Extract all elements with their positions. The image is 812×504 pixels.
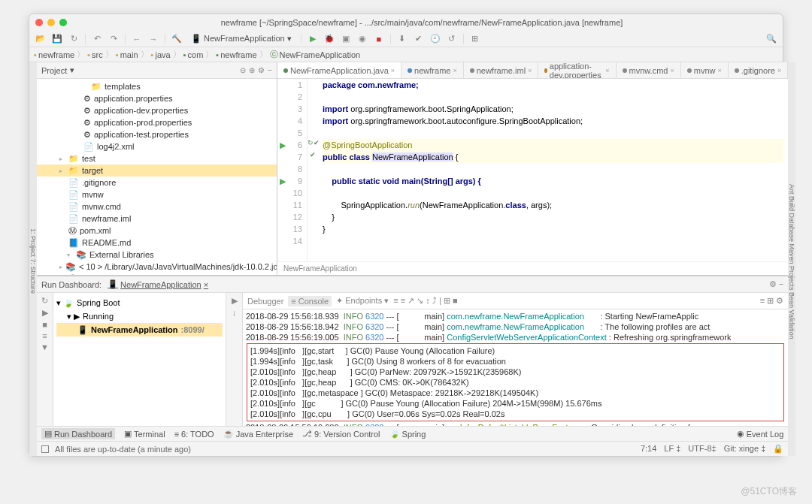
- tree-node[interactable]: 📄mvnw: [37, 189, 277, 201]
- tree-node[interactable]: ▸📚< 10 > /Library/Java/JavaVirtualMachin…: [37, 261, 277, 273]
- tree-node[interactable]: ⚙application-prod.properties: [37, 116, 277, 128]
- tree-node[interactable]: Ⓜpom.xml: [37, 225, 277, 237]
- status-bar: All files are up-to-date (a minute ago) …: [37, 441, 788, 456]
- tree-node[interactable]: ⚙application-test.properties: [37, 128, 277, 140]
- console-output[interactable]: 2018-08-29 15:56:18.939 INFO 6320 --- [ …: [243, 309, 788, 426]
- left-tool-strip[interactable]: 1: Project 7: Structure: [29, 62, 37, 456]
- tw-scroll-icon[interactable]: ⊕: [249, 66, 255, 74]
- main-toolbar: 📂 💾 ↻ ↶ ↷ ← → 🔨 📱 NewFrameApplication ▾ …: [29, 31, 783, 47]
- run-dashboard: Run Dashboard: 📱 NewFrameApplication × ⚙…: [37, 276, 788, 426]
- tab-endpoints[interactable]: ✦ Endpoints ▾: [336, 296, 389, 306]
- run-config[interactable]: 📱 NewFrameApplication ▾: [186, 34, 296, 44]
- redo-icon[interactable]: ↷: [107, 32, 120, 46]
- status-pos[interactable]: 7:14: [641, 444, 656, 454]
- structure-icon[interactable]: ⊞: [468, 32, 482, 46]
- project-tool-window: Project ▾ ⊖ ⊕ ⚙ − 📁templates⚙application…: [37, 62, 277, 275]
- tree-node[interactable]: ▸📚Maven: antlr:antlr:2.7.7: [37, 273, 277, 275]
- editor: NewFrameApplication.java×newframe×newfra…: [277, 62, 788, 275]
- editor-tab[interactable]: .gitignore×: [729, 62, 789, 78]
- stop-icon[interactable]: ■: [372, 32, 386, 46]
- forward-icon[interactable]: →: [147, 32, 160, 46]
- ide-window: newframe [~/SpringSpace/newframe] - .../…: [29, 14, 783, 457]
- editor-tab[interactable]: newframe×: [401, 62, 464, 78]
- tree-node[interactable]: ⚙application-dev.properties: [37, 104, 277, 116]
- editor-tab[interactable]: application-dev.properties×: [538, 62, 616, 78]
- breadcrumbs[interactable]: ▪newframe〉 ▪src〉 ▪main〉 ▪java〉 ▪com〉 ▪ne…: [29, 47, 783, 62]
- status-lock-icon[interactable]: 🔒: [773, 444, 783, 454]
- traffic-lights[interactable]: [35, 19, 67, 26]
- tool-todo: ≡ 6: TODO: [174, 430, 214, 439]
- vcs-commit-icon[interactable]: ✔: [412, 32, 426, 46]
- tree-node[interactable]: 📁templates: [37, 80, 277, 92]
- tool-run-dashboard: ▤ Run Dashboard: [41, 428, 115, 439]
- build-icon[interactable]: 🔨: [170, 32, 183, 46]
- coverage-icon[interactable]: ▣: [339, 32, 353, 46]
- tw-title: Project: [41, 66, 67, 75]
- tree-node[interactable]: ▸📁test: [37, 152, 277, 164]
- editor-tab[interactable]: NewFrameApplication.java×: [277, 62, 401, 78]
- editor-tabs: NewFrameApplication.java×newframe×newfra…: [277, 62, 788, 79]
- rd-gear-icon[interactable]: ⚙ −: [769, 279, 783, 289]
- tab-console[interactable]: ≡ Console: [288, 296, 332, 306]
- debug-icon[interactable]: 🐞: [323, 32, 336, 46]
- refresh-icon[interactable]: ↻: [67, 32, 80, 46]
- tool-java-ee: ☕ Java Enterprise: [223, 429, 293, 439]
- undo-icon[interactable]: ↶: [90, 32, 104, 46]
- editor-tab[interactable]: newframe.iml×: [464, 62, 539, 78]
- rd-tab[interactable]: 📱 NewFrameApplication ×: [108, 279, 208, 289]
- tree-node[interactable]: ⚙application.properties: [37, 92, 277, 104]
- back-icon[interactable]: ←: [130, 32, 144, 46]
- tree-node[interactable]: ▾📚External Libraries: [37, 249, 277, 261]
- tool-terminal: ▣ Terminal: [124, 429, 165, 439]
- vcs-revert-icon[interactable]: ↺: [445, 32, 459, 46]
- tree-node[interactable]: 📄newframe.iml: [37, 213, 277, 225]
- status-git[interactable]: Git: xinge ‡: [724, 444, 766, 454]
- editor-tab[interactable]: mvnw×: [681, 62, 729, 78]
- editor-crumb[interactable]: NewFrameApplication: [277, 261, 788, 275]
- vcs-update-icon[interactable]: ⬇: [395, 32, 409, 46]
- tw-hide-icon[interactable]: −: [268, 66, 272, 74]
- status-msg: All files are up-to-date (a minute ago): [55, 445, 191, 454]
- save-icon[interactable]: 💾: [50, 32, 64, 46]
- status-eol[interactable]: LF ‡: [664, 444, 680, 454]
- tool-vcs: ⎇ 9: Version Control: [302, 429, 380, 439]
- tree-node[interactable]: 📄log4j2.xml: [37, 140, 277, 152]
- tree-node[interactable]: 📄mvnw.cmd: [37, 201, 277, 213]
- rd-side-toolbar[interactable]: ↻▶■≡▼: [37, 293, 53, 426]
- search-icon[interactable]: 🔍: [765, 32, 778, 46]
- editor-tab[interactable]: mvnw.cmd×: [617, 62, 681, 78]
- status-toggle-icon[interactable]: [41, 445, 49, 453]
- code-area[interactable]: package com.newframe; import org.springf…: [318, 79, 788, 261]
- window-title: newframe [~/SpringSpace/newframe] - .../…: [67, 18, 777, 27]
- tool-event-log: ◉ Event Log: [737, 429, 784, 439]
- rd-side-toolbar2[interactable]: ▶↓: [226, 293, 243, 426]
- titlebar: newframe [~/SpringSpace/newframe] - .../…: [29, 14, 783, 31]
- run-icon[interactable]: ▶: [306, 32, 320, 46]
- tree-node[interactable]: ▸📁target: [37, 164, 277, 177]
- tw-gear-icon[interactable]: ⚙: [258, 66, 265, 74]
- profile-icon[interactable]: ◉: [356, 32, 369, 46]
- tw-collapse-icon[interactable]: ⊖: [240, 66, 246, 74]
- tool-spring: 🍃 Spring: [389, 429, 426, 439]
- bottom-tool-tabs[interactable]: ▤ Run Dashboard ▣ Terminal ≡ 6: TODO ☕ J…: [37, 426, 788, 441]
- rd-tree[interactable]: ▾ 🍃 Spring Boot ▾ ▶ Running 📱 NewFrameAp…: [53, 293, 226, 426]
- vcs-history-icon[interactable]: 🕘: [429, 32, 442, 46]
- tree-node[interactable]: 📄.gitignore: [37, 177, 277, 189]
- open-icon[interactable]: 📂: [34, 32, 47, 46]
- tree-node[interactable]: 📘README.md: [37, 237, 277, 249]
- tab-debugger[interactable]: Debugger: [247, 297, 283, 306]
- status-enc[interactable]: UTF-8‡: [688, 444, 716, 454]
- right-tool-strip[interactable]: Ant Build Database Maven Projects Bean V…: [788, 62, 795, 456]
- watermark: @51CTO博客: [741, 485, 797, 498]
